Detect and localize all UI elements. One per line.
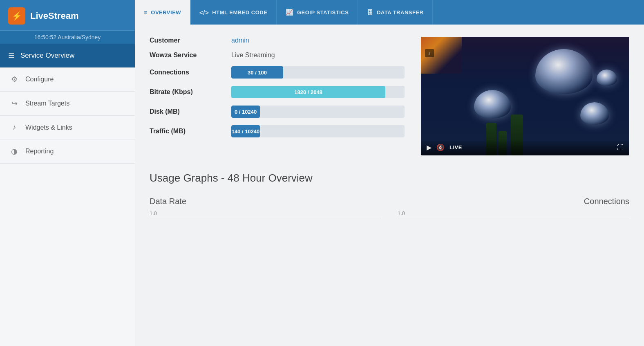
service-info: Customer admin Wowza Service Live Stream… [150,37,629,155]
jellyfish-4 [597,70,617,86]
tab-data-transfer[interactable]: 🗄 DATA TRANSFER [358,0,433,25]
code-icon: </> [199,9,209,16]
mini-player: ♪ [425,49,434,57]
sidebar-item-service-overview[interactable]: ☰ Service Overview [0,44,135,67]
live-badge: LIVE [449,144,462,151]
service-label: Wowza Service [150,52,231,59]
jellyfish-1 [535,49,593,94]
service-details: Customer admin Wowza Service Live Stream… [150,37,405,155]
tab-overview[interactable]: ≡ OVERVIEW [135,0,190,25]
tab-bar: ≡ OVERVIEW </> HTML EMBED CODE 📈 GEOIP S… [135,0,644,25]
bitrate-progress-bar: 1820 / 2048 [231,86,385,98]
traffic-progress-wrap: 140 / 10240 [231,125,405,137]
bitrate-row: Bitrate (Kbps) 1820 / 2048 [150,86,405,98]
disk-label: Disk (MB) [150,108,231,115]
connections-graph: Connections 1.0 [398,197,629,219]
connections-progress-container: 30 / 100 [231,66,405,79]
jellyfish-2 [474,90,511,119]
bitrate-value: 1820 / 2048 [294,89,322,95]
customer-value[interactable]: admin [231,37,249,44]
tab-html-embed-label: HTML EMBED CODE [212,9,267,16]
bitrate-label: Bitrate (Kbps) [150,88,231,96]
connections-progress-bar: 30 / 100 [231,66,283,79]
service-value: Live Streaming [231,52,275,59]
disk-progress-bar: 0 / 10240 [231,106,260,118]
data-icon: 🗄 [367,9,373,16]
sidebar-item-reporting-label: Reporting [25,148,54,155]
jellyfish-3 [580,102,609,125]
sidebar-nav: ⚙ Configure ↪ Stream Targets ♪ Widgets &… [0,67,135,346]
video-background: ♪ [421,37,629,155]
video-scene: ♪ [421,37,629,155]
tab-html-embed[interactable]: </> HTML EMBED CODE [190,0,277,25]
logo-symbol: ⚡ [12,11,22,21]
sidebar: ⚡ LiveStream 16:50:52 Australia/Sydney ☰… [0,0,135,346]
bitrate-progress-container: 1820 / 2048 [231,86,405,98]
sidebar-item-configure-label: Configure [25,76,54,83]
customer-row: Customer admin [150,37,405,44]
connections-graph-title: Connections [398,197,629,206]
video-controls: ▶ 🔇 LIVE ⛶ [421,139,629,155]
disk-value: 0 / 10240 [235,109,257,115]
connections-label: Connections [150,69,231,76]
sidebar-item-configure[interactable]: ⚙ Configure [0,67,135,92]
video-preview: ♪ ▶ 🔇 LIVE [421,37,629,155]
connections-row: Connections 30 / 100 [150,66,405,79]
fullscreen-button[interactable]: ⛶ [617,144,624,151]
menu-icon: ☰ [8,51,15,60]
sidebar-item-stream-targets[interactable]: ↪ Stream Targets [0,92,135,116]
traffic-progress-bar: 140 / 10240 [231,125,260,137]
mute-button[interactable]: 🔇 [436,144,445,151]
disk-row: Disk (MB) 0 / 10240 [150,106,405,118]
tab-geoip[interactable]: 📈 GEOIP STATISTICS [277,0,358,25]
traffic-progress-container: 140 / 10240 [231,125,405,137]
overview-icon: ≡ [144,9,148,16]
usage-section: Usage Graphs - 48 Hour Overview Data Rat… [150,172,629,219]
tab-geoip-label: GEOIP STATISTICS [297,9,349,16]
tab-data-transfer-label: DATA TRANSFER [377,9,424,16]
sidebar-item-widgets-links[interactable]: ♪ Widgets & Links [0,116,135,139]
chart-icon: ◑ [10,147,19,156]
tab-overview-label: OVERVIEW [151,9,181,16]
usage-title: Usage Graphs - 48 Hour Overview [150,172,629,184]
data-rate-axis [150,219,381,219]
sidebar-item-stream-targets-label: Stream Targets [25,100,69,107]
graphs-row: Data Rate 1.0 Connections 1.0 [150,197,629,219]
traffic-row: Traffic (MB) 140 / 10240 [150,125,405,137]
connections-y-label: 1.0 [398,210,629,216]
play-button[interactable]: ▶ [427,144,432,151]
connections-value: 30 / 100 [248,70,267,76]
sidebar-header: ⚡ LiveStream [0,0,135,31]
sidebar-time: 16:50:52 Australia/Sydney [0,31,135,44]
data-rate-graph: Data Rate 1.0 [150,197,381,219]
sidebar-item-widgets-links-label: Widgets & Links [25,124,72,131]
service-row: Wowza Service Live Streaming [150,52,405,59]
sidebar-item-label: Service Overview [20,52,74,60]
disk-progress-wrap: 0 / 10240 [231,106,405,118]
arrow-icon: ↪ [10,99,19,108]
sidebar-item-reporting[interactable]: ◑ Reporting [0,139,135,164]
connections-axis [398,219,629,219]
content-area: Customer admin Wowza Service Live Stream… [135,25,644,346]
brand-name: LiveStream [30,11,79,21]
connections-progress-wrap: 30 / 100 [231,66,405,79]
traffic-value: 140 / 10240 [232,128,260,135]
disk-progress-container: 0 / 10240 [231,106,405,118]
traffic-label: Traffic (MB) [150,128,231,135]
gear-icon: ⚙ [10,75,19,84]
bitrate-progress-wrap: 1820 / 2048 [231,86,405,98]
geoip-icon: 📈 [286,9,294,16]
logo-icon: ⚡ [8,7,25,25]
music-icon: ♪ [10,123,19,132]
data-rate-y-label: 1.0 [150,210,381,216]
customer-label: Customer [150,37,231,44]
main-content: ≡ OVERVIEW </> HTML EMBED CODE 📈 GEOIP S… [135,0,644,346]
data-rate-title: Data Rate [150,197,381,206]
